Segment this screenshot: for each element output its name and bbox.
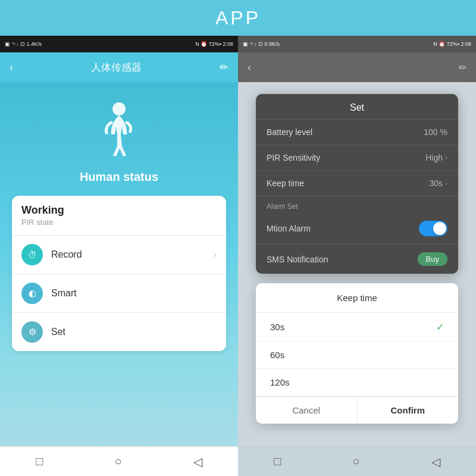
settings-panel: Set Battery level 100 % PIR Sensitivity … — [256, 94, 458, 274]
pir-label: PIR Sensitivity — [267, 153, 320, 162]
left-bottom-nav: □ ○ ◁ — [0, 446, 238, 476]
keep-time-modal: Keep time 30s ✓ 60s 120s Cancel Confirm — [256, 283, 458, 424]
sms-notification-row: SMS Notification Buy — [256, 245, 458, 274]
record-label: Record — [51, 249, 214, 260]
left-phone-body: Human status Working PIR state ⏱ Record … — [0, 82, 238, 476]
option-60s-label: 60s — [270, 350, 284, 360]
keep-time-value: 30s › — [429, 178, 447, 188]
smart-menu-item[interactable]: ◐ Smart — [12, 274, 226, 313]
phone-left: ▣ ᵌ↑↓ ⊡ 1.4K/s N ⏰ 72%▪ 2:06 ‹ 人体传感器 ✏ — [0, 36, 238, 476]
mtion-alarm-label: Mtion Alarm — [267, 224, 311, 233]
set-menu-item[interactable]: ⚙ Set — [12, 313, 226, 351]
right-status-bar: ▣ ᵌ↑↓ ⊡ 0.9K/s N ⏰ 72%▪ 2:06 — [238, 36, 476, 52]
keep-time-label: Keep time — [267, 178, 304, 188]
right-edit-icon[interactable]: ✏ — [459, 62, 466, 73]
record-icon-bg: ⏱ — [21, 244, 43, 265]
human-status-label: Human status — [80, 170, 158, 184]
right-status-left: ▣ ᵌ↑↓ ⊡ 0.9K/s — [243, 41, 280, 47]
mtion-alarm-toggle[interactable] — [419, 221, 447, 236]
pir-value: High › — [425, 153, 447, 162]
pir-sensitivity-row[interactable]: PIR Sensitivity High › — [256, 145, 458, 171]
modal-title: Keep time — [256, 283, 458, 313]
cards-container: Working PIR state ⏱ Record › ◐ Smart — [12, 196, 226, 351]
record-chevron: › — [214, 249, 217, 260]
battery-label: Battery level — [267, 127, 312, 137]
keep-time-chevron: › — [445, 179, 447, 187]
option-120s[interactable]: 120s — [256, 369, 458, 396]
cancel-button[interactable]: Cancel — [256, 397, 358, 424]
left-nav-bar: ‹ 人体传感器 ✏ — [0, 52, 238, 82]
right-nav-back[interactable]: ◁ — [431, 455, 440, 469]
smart-label: Smart — [51, 288, 217, 299]
right-nav-bar: ‹ ✏ — [238, 52, 476, 82]
right-status-right: N ⏰ 72%▪ 2:06 — [433, 41, 471, 47]
mtion-alarm-row: Mtion Alarm — [256, 213, 458, 245]
working-subtitle: PIR state — [21, 218, 217, 227]
right-bottom-nav: □ ○ ◁ — [238, 446, 476, 476]
status-bar-left-info: ▣ ᵌ↑↓ ⊡ 1.4K/s — [5, 41, 42, 47]
phone-right: ▣ ᵌ↑↓ ⊡ 0.9K/s N ⏰ 72%▪ 2:06 ‹ ✏ Set Bat… — [238, 36, 476, 476]
edit-icon[interactable]: ✏ — [220, 61, 228, 74]
option-30s[interactable]: 30s ✓ — [256, 313, 458, 342]
phones-container: ▣ ᵌ↑↓ ⊡ 1.4K/s N ⏰ 72%▪ 2:06 ‹ 人体传感器 ✏ — [0, 36, 476, 476]
working-title: Working — [21, 204, 217, 217]
left-status-left-text: ▣ ᵌ↑↓ ⊡ 1.4K/s — [5, 41, 42, 47]
left-nav-square[interactable]: □ — [36, 455, 43, 468]
record-icon: ⏱ — [28, 250, 37, 260]
option-120s-label: 120s — [270, 377, 290, 387]
app-title: APP — [215, 7, 261, 29]
app-header: APP — [0, 0, 476, 36]
right-nav-square[interactable]: □ — [274, 455, 281, 468]
smart-icon: ◐ — [29, 288, 36, 299]
right-back-icon[interactable]: ‹ — [248, 61, 251, 74]
smart-icon-bg: ◐ — [21, 283, 43, 304]
set-icon: ⚙ — [29, 327, 36, 337]
back-icon[interactable]: ‹ — [10, 61, 13, 74]
set-label: Set — [51, 327, 217, 337]
left-status-right-text: N ⏰ 72%▪ 2:06 — [195, 41, 233, 47]
right-body: Set Battery level 100 % PIR Sensitivity … — [238, 82, 476, 476]
nav-title: 人体传感器 — [91, 61, 142, 74]
right-nav-circle[interactable]: ○ — [352, 455, 359, 468]
modal-actions: Cancel Confirm — [256, 396, 458, 424]
svg-point-0 — [112, 102, 126, 115]
settings-title: Set — [256, 94, 458, 120]
human-figure — [95, 100, 143, 165]
option-30s-label: 30s — [270, 322, 284, 332]
toggle-knob — [433, 222, 446, 235]
record-menu-item[interactable]: ⏱ Record › — [12, 236, 226, 274]
battery-row: Battery level 100 % — [256, 120, 458, 145]
left-nav-back[interactable]: ◁ — [193, 455, 202, 469]
keep-time-row[interactable]: Keep time 30s › — [256, 171, 458, 196]
confirm-button[interactable]: Confirm — [358, 397, 459, 424]
left-nav-circle[interactable]: ○ — [114, 455, 121, 468]
option-60s[interactable]: 60s — [256, 342, 458, 369]
sms-label: SMS Notification — [267, 255, 328, 264]
working-card: Working PIR state — [12, 196, 226, 236]
set-icon-bg: ⚙ — [21, 321, 43, 343]
option-30s-check: ✓ — [436, 321, 444, 333]
left-status-bar: ▣ ᵌ↑↓ ⊡ 1.4K/s N ⏰ 72%▪ 2:06 — [0, 36, 238, 52]
alarm-set-label: Alarm Set — [256, 196, 458, 213]
buy-button[interactable]: Buy — [418, 252, 447, 266]
pir-chevron: › — [445, 154, 447, 162]
status-bar-right-info: N ⏰ 72%▪ 2:06 — [195, 41, 233, 47]
battery-value: 100 % — [424, 127, 447, 137]
